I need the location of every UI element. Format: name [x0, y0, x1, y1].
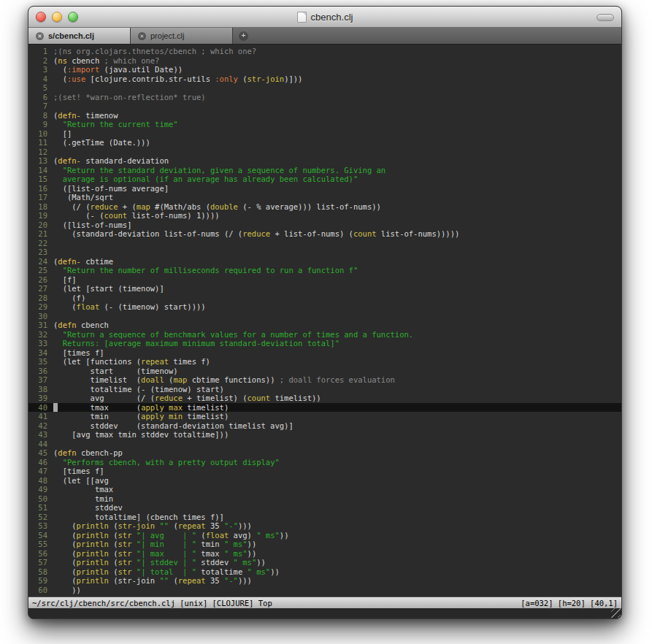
status-cursor-info: [a=032] [h=20] [40,1]	[521, 599, 618, 607]
line-number: 54	[28, 531, 53, 540]
line-number: 9	[28, 120, 53, 129]
code-line: 29 (float (- (timenow) start))))	[28, 302, 621, 312]
line-number: 15	[28, 175, 53, 184]
code-line: 44	[28, 440, 621, 449]
line-number: 2	[28, 56, 53, 66]
code-area[interactable]: 1;(ns org.clojars.thnetos/cbench ; which…	[28, 45, 621, 597]
line-number: 32	[28, 330, 53, 340]
line-number: 1	[28, 47, 53, 56]
line-number: 39	[28, 394, 53, 403]
code-line: 30	[28, 312, 621, 321]
code-line: 45(defn cbench-pp	[28, 448, 621, 458]
line-number: 23	[28, 248, 53, 257]
line-number: 5	[28, 83, 53, 93]
line-number: 7	[28, 101, 53, 111]
code-line: 3 (:import (java.util Date))	[28, 65, 621, 74]
line-number: 33	[28, 339, 53, 348]
code-line: 11 (.getTime (Date.)))	[28, 138, 621, 147]
line-number: 56	[28, 549, 53, 559]
code-line: 33 Returns: [average maximum minimum sta…	[28, 339, 621, 348]
line-number: 58	[28, 567, 53, 577]
line-number: 49	[28, 485, 53, 494]
tab-close-icon[interactable]: ✕	[36, 32, 44, 40]
code-line: 53 (println (str-join "" (repeat 35 "-")…	[28, 521, 621, 531]
line-number: 43	[28, 430, 53, 440]
traffic-lights	[36, 7, 78, 27]
tab-label: project.clj	[150, 31, 184, 40]
code-line: 52 totaltime] (cbench times f)]	[28, 513, 621, 522]
code-line: 32 "Return a sequence of benchmark value…	[28, 330, 621, 340]
line-number: 52	[28, 513, 53, 522]
code-line: 51 stddev	[28, 503, 621, 513]
code-line: 55 (println (str "| min | " tmin " ms"))	[28, 540, 621, 549]
line-number: 55	[28, 540, 53, 549]
line-number: 53	[28, 521, 53, 531]
status-bar: ~/src/clj/cbench/src/cbench.clj [unix] […	[28, 597, 621, 608]
code-line: 27 (let [start (timenow)]	[28, 284, 621, 294]
line-number: 17	[28, 193, 53, 202]
code-line: 48 (let [[avg	[28, 476, 621, 486]
add-tab-button[interactable]: +	[239, 31, 248, 41]
toolbar-lozenge-button[interactable]	[597, 14, 614, 21]
line-number: 42	[28, 421, 53, 431]
line-number: 20	[28, 221, 53, 230]
minimize-button[interactable]	[52, 12, 62, 22]
code-line: 9 "Return the current time"	[28, 120, 621, 129]
code-line: 38 totaltime (- (timenow) start)	[28, 385, 621, 394]
line-number: 6	[28, 93, 53, 102]
code-line: 60 ))	[28, 586, 621, 595]
line-number: 45	[28, 448, 53, 458]
code-line: 12	[28, 147, 621, 157]
line-number: 12	[28, 147, 53, 157]
line-number: 19	[28, 211, 53, 221]
line-number: 59	[28, 576, 53, 586]
line-number: 31	[28, 321, 53, 330]
tab-close-icon[interactable]: ✕	[138, 32, 146, 40]
command-line	[28, 608, 621, 618]
window-title: cbench.clj	[311, 12, 353, 23]
code-line: 23	[28, 248, 621, 257]
line-number: 50	[28, 494, 53, 504]
code-line: 26 [f]	[28, 275, 621, 285]
code-line: 25 "Return the number of milliseconds re…	[28, 266, 621, 275]
zoom-button[interactable]	[68, 12, 78, 22]
tab-cbench[interactable]: ✕ s/cbench.clj	[28, 28, 131, 44]
title-bar: cbench.clj	[28, 7, 621, 28]
code-line: 56 (println (str "| max | " tmax " ms"))	[28, 549, 621, 559]
line-number: 35	[28, 357, 53, 367]
code-line: 35 (let [functions (repeat times f)	[28, 357, 621, 367]
code-line: 13(defn- standard-deviation	[28, 156, 621, 166]
line-number: 47	[28, 467, 53, 476]
code-line: 57 (println (str "| stddev | " stddev " …	[28, 558, 621, 567]
code-line: 6;(set! *warn-on-reflection* true)	[28, 93, 621, 102]
line-number: 21	[28, 229, 53, 239]
line-number: 60	[28, 586, 53, 595]
line-number: 28	[28, 294, 53, 303]
line-number: 44	[28, 440, 53, 449]
line-number: 11	[28, 138, 53, 147]
line-number: 13	[28, 156, 53, 166]
code-line: 1;(ns org.clojars.thnetos/cbench ; which…	[28, 47, 621, 56]
line-number: 22	[28, 239, 53, 248]
line-number: 48	[28, 476, 53, 486]
code-line: 31(defn cbench	[28, 321, 621, 330]
title-group: cbench.clj	[297, 12, 353, 23]
line-number: 18	[28, 202, 53, 212]
code-line: 46 "Performs cbench, with a pretty outpu…	[28, 458, 621, 467]
code-line: 59 (println (str-join "" (repeat 35 "-")…	[28, 576, 621, 586]
line-number: 29	[28, 302, 53, 312]
code-line: 19 (- (count list-of-nums) 1))))	[28, 211, 621, 221]
line-number: 41	[28, 412, 53, 421]
close-button[interactable]	[36, 12, 46, 22]
line-number: 38	[28, 385, 53, 394]
code-line: 10 []	[28, 129, 621, 139]
code-line: 5	[28, 83, 621, 93]
code-line: 50 tmin	[28, 494, 621, 504]
code-line: 39 avg (/ (reduce + timelist) (count tim…	[28, 394, 621, 403]
line-number: 30	[28, 312, 53, 321]
tab-project[interactable]: ✕ project.clj	[131, 28, 233, 44]
line-number: 25	[28, 266, 53, 275]
line-number: 14	[28, 166, 53, 175]
resize-grip[interactable]	[611, 608, 621, 618]
line-number: 27	[28, 284, 53, 294]
